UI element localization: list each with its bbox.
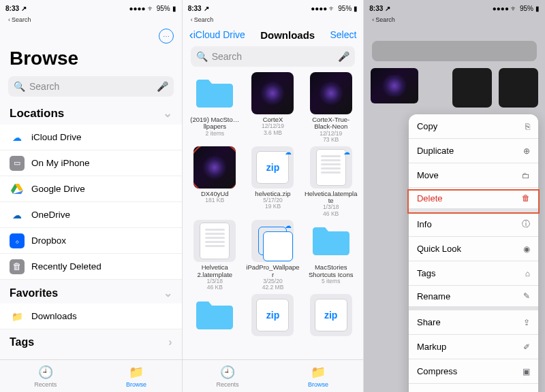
sidebar-item-trash[interactable]: 🗑Recently Deleted xyxy=(0,254,182,280)
menu-icon: ✎ xyxy=(523,291,530,301)
battery-icon: ▮ xyxy=(172,5,176,12)
back-search[interactable]: ‹Search xyxy=(183,16,364,23)
status-bar: 8:33↗ ●●●●ᯤ95%▮ xyxy=(183,0,364,16)
menu-label: Rename xyxy=(417,291,450,301)
menu-item-copy[interactable]: Copy⎘ xyxy=(409,114,538,139)
menu-icon: ⇪ xyxy=(523,318,530,327)
wifi-icon: ᯤ xyxy=(329,5,336,12)
file-item[interactable] xyxy=(187,294,243,338)
clock-icon: 🕘 xyxy=(220,365,235,380)
locations-list: ☁iCloud Drive ▭On My iPhone Google Drive… xyxy=(0,125,182,280)
file-item[interactable]: zip☁helvetica.zip5/17/2019 KB xyxy=(245,146,301,218)
menu-icon: ⌂ xyxy=(525,269,530,278)
context-menu-screen: 8:33↗ ●●●●ᯤ95%▮ ‹Search Copy⎘Duplicate⊕M… xyxy=(363,0,545,392)
sidebar-item-downloads[interactable]: 📁Downloads xyxy=(0,304,182,329)
trash-icon: 🗑 xyxy=(10,259,25,274)
menu-item-delete[interactable]: Delete🗑 xyxy=(409,188,538,212)
location-icon: ↗ xyxy=(21,5,27,12)
back-search[interactable]: ‹Search xyxy=(0,16,182,23)
select-button[interactable]: Select xyxy=(330,29,356,40)
selected-file-preview[interactable] xyxy=(371,68,418,103)
onedrive-icon: ☁ xyxy=(10,208,25,223)
file-item[interactable]: CorteX-True-Black-Neon12/12/1973 KB xyxy=(302,72,359,144)
chevron-down-icon: ⌄ xyxy=(164,287,172,299)
cloud-icon: ☁ xyxy=(10,130,25,145)
nav-title: Downloads xyxy=(260,29,315,41)
menu-label: Share xyxy=(417,317,441,327)
folder-icon: 📁 xyxy=(311,365,326,380)
search-icon: 🔍 xyxy=(196,51,208,62)
context-menu: Copy⎘Duplicate⊕Move🗀Delete🗑InfoⓘQuick Lo… xyxy=(409,114,538,392)
file-item[interactable]: (2019) MacSto…llpapers2 items xyxy=(187,72,243,144)
file-meta: 181 KB xyxy=(205,197,224,203)
menu-item-tags[interactable]: Tags⌂ xyxy=(409,261,538,286)
file-meta: 5 items xyxy=(322,278,340,284)
status-bar: 8:33↗ ●●●●ᯤ95%▮ xyxy=(0,0,182,16)
menu-item-duplicate[interactable]: Duplicate⊕ xyxy=(409,139,538,163)
menu-item-rename[interactable]: Rename✎ xyxy=(409,286,538,310)
menu-label: Compress xyxy=(417,366,457,376)
sidebar-item-dropbox[interactable]: ⬦Dropbox xyxy=(0,228,182,254)
file-item[interactable]: ☁iPadPro_Wallpaper3/25/2042.2 MB xyxy=(245,220,301,291)
clock-icon: 🕘 xyxy=(38,365,53,380)
downloads-screen: 8:33↗ ●●●●ᯤ95%▮ ‹Search ‹iCloud Drive Do… xyxy=(182,0,364,392)
menu-item-markup[interactable]: Markup✐ xyxy=(409,335,538,359)
file-item[interactable]: zip xyxy=(302,294,359,338)
file-grid: (2019) MacSto…llpapers2 itemsCorteX12/12… xyxy=(183,67,364,344)
file-item[interactable]: MacStories Shortcuts Icons5 items xyxy=(302,220,359,291)
browse-screen: 8:33↗ ●●●●ᯤ95%▮ ‹Search ⋯ Browse 🔍Search… xyxy=(0,0,182,392)
menu-icon: ✐ xyxy=(523,342,530,352)
battery-icon: ▮ xyxy=(354,5,358,12)
file-name: MacStories Shortcuts Icons xyxy=(304,264,358,278)
signal-icon: ●●●● xyxy=(311,5,327,12)
location-icon: ↗ xyxy=(385,5,390,12)
search-input[interactable]: 🔍Search 🎤 xyxy=(191,46,356,67)
locations-header[interactable]: Locations⌄ xyxy=(0,97,182,125)
sidebar-item-icloud[interactable]: ☁iCloud Drive xyxy=(0,125,182,150)
chevron-down-icon: ⌄ xyxy=(163,106,172,120)
chevron-left-icon: ‹ xyxy=(372,16,374,23)
mic-icon[interactable]: 🎤 xyxy=(338,51,349,62)
gdrive-icon xyxy=(10,182,25,197)
search-input[interactable]: 🔍Search 🎤 xyxy=(8,76,174,97)
file-meta: 1/3/1846 KB xyxy=(323,204,339,217)
file-meta: 1/3/1846 KB xyxy=(206,278,223,291)
menu-label: Move xyxy=(417,170,439,180)
sidebar-item-gdrive[interactable]: Google Drive xyxy=(0,176,182,202)
file-meta: 3/25/2042.2 MB xyxy=(262,278,284,291)
file-item[interactable]: ☁Helvetica.latemplate1/3/1846 KB xyxy=(302,146,359,218)
menu-item-quick-look[interactable]: Quick Look◉ xyxy=(409,237,538,261)
signal-icon: ●●●● xyxy=(129,5,145,12)
tags-header[interactable]: Tags› xyxy=(0,329,182,353)
file-item[interactable]: zip xyxy=(245,294,301,338)
sidebar-item-iphone[interactable]: ▭On My iPhone xyxy=(0,150,182,176)
file-item[interactable]: Helvetica 2.latemplate1/3/1846 KB xyxy=(187,220,243,291)
sidebar-item-onedrive[interactable]: ☁OneDrive xyxy=(0,202,182,228)
menu-icon: 🗀 xyxy=(522,171,530,180)
file-name: Helvetica.latemplate xyxy=(304,191,358,205)
back-button[interactable]: ‹iCloud Drive xyxy=(189,28,245,42)
tab-browse[interactable]: 📁Browse xyxy=(91,360,181,392)
menu-icon: ⊕ xyxy=(523,146,530,156)
menu-label: Tags xyxy=(417,268,435,278)
menu-icon: ⎘ xyxy=(525,122,530,131)
signal-icon: ●●●● xyxy=(493,5,509,12)
menu-item-info[interactable]: Infoⓘ xyxy=(409,212,538,237)
menu-item-create-pdf[interactable]: Create PDF🗎 xyxy=(409,384,538,392)
menu-item-share[interactable]: Share⇪ xyxy=(409,310,538,335)
mic-icon[interactable]: 🎤 xyxy=(157,81,168,92)
favorites-header[interactable]: Favorites⌄ xyxy=(0,280,182,304)
back-search[interactable]: ‹Search xyxy=(364,16,545,23)
menu-item-move[interactable]: Move🗀 xyxy=(409,163,538,188)
file-name: CorteX-True-Black-Neon xyxy=(304,116,358,131)
cloud-icon: ☁ xyxy=(285,148,292,156)
more-button[interactable]: ⋯ xyxy=(159,29,174,44)
file-item[interactable]: DX40yUd181 KB xyxy=(187,146,243,218)
file-item[interactable]: CorteX12/12/193.6 MB xyxy=(245,72,301,144)
file-meta: 12/12/193.6 MB xyxy=(262,123,284,136)
file-meta: 5/17/2019 KB xyxy=(263,197,282,210)
menu-item-compress[interactable]: Compress▣ xyxy=(409,359,538,384)
tab-recents[interactable]: 🕘Recents xyxy=(0,360,91,392)
tab-recents[interactable]: 🕘Recents xyxy=(183,360,273,392)
tab-browse[interactable]: 📁Browse xyxy=(272,360,363,392)
